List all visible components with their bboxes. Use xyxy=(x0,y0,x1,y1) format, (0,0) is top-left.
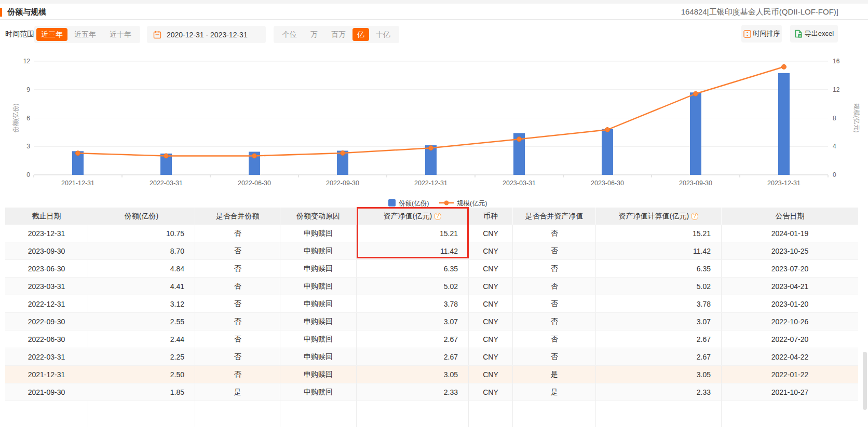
page: 份额与规模 164824[工银印度基金人民币(QDII-LOF-FOF)] 时间… xyxy=(0,0,868,427)
unit-option-百万[interactable]: 百万 xyxy=(324,28,352,41)
table-cell: 2023-10-25 xyxy=(722,242,858,259)
table-cell: 2.33 xyxy=(357,383,469,401)
table-cell: 3.05 xyxy=(357,366,469,383)
column-header-是否合并份额: 是否合并份额 xyxy=(195,208,280,225)
table-cell: 2023-03-31 xyxy=(5,278,88,295)
table-cell: 2021-09-30 xyxy=(5,383,88,401)
column-header-截止日期: 截止日期 xyxy=(5,208,88,225)
table-cell: 2022-06-30 xyxy=(5,330,88,348)
table-cell: CNY xyxy=(469,225,513,242)
legend-bar-swatch[interactable] xyxy=(388,199,396,206)
legend-line-dot[interactable] xyxy=(444,201,449,205)
table-cell: 2021-12-31 xyxy=(5,366,88,383)
column-header-资产净值计算值(亿元): 资产净值计算值(亿元)? xyxy=(596,208,722,225)
unit-option-万[interactable]: 万 xyxy=(304,28,324,41)
table-cell: 2022-01-22 xyxy=(722,366,858,383)
line-point[interactable] xyxy=(252,154,257,158)
table-cell: 否 xyxy=(195,242,280,259)
table-cell: 2023-04-21 xyxy=(722,278,858,295)
export-excel-label: 导出excel xyxy=(805,29,834,38)
time-range-label: 时间范围 xyxy=(5,30,34,39)
time-range-option-近五年[interactable]: 近五年 xyxy=(67,28,103,41)
right-axis-title: 规模(亿元) xyxy=(853,104,860,133)
table-row[interactable]: 2021-09-301.85是申购赎回2.33CNY是2.332021-10-2… xyxy=(5,383,858,401)
table-cell: CNY xyxy=(469,295,513,312)
time-range-option-近三年[interactable]: 近三年 xyxy=(36,28,67,41)
right-axis-tick-label: 0 xyxy=(833,171,836,178)
table-cell: 否 xyxy=(513,330,596,348)
left-axis-tick-label: 0 xyxy=(26,171,30,178)
line-point[interactable] xyxy=(694,91,698,96)
table-row[interactable]: 2023-09-308.70否申购赎回11.42CNY否11.422023-10… xyxy=(5,242,858,260)
line-point[interactable] xyxy=(164,154,169,158)
table-row[interactable]: 2022-12-313.12否申购赎回3.78CNY否3.782023-01-2… xyxy=(5,295,858,313)
bar-share[interactable] xyxy=(778,73,790,175)
table-row[interactable]: 2023-06-304.84否申购赎回6.35CNY否6.352023-07-2… xyxy=(5,260,858,278)
table-cell: 申购赎回 xyxy=(280,330,357,348)
line-point[interactable] xyxy=(605,128,610,132)
table-cell: 11.42 xyxy=(357,242,469,259)
x-axis-label: 2023-06-30 xyxy=(591,180,624,187)
legend-bar-label[interactable]: 份额(亿份) xyxy=(398,200,429,207)
table-cell: 1.85 xyxy=(88,383,195,401)
table-cell: 否 xyxy=(513,225,596,242)
table-cell: 2023-09-30 xyxy=(5,242,88,259)
table-cell: 是 xyxy=(513,383,596,401)
x-axis-label: 2023-09-30 xyxy=(679,180,712,187)
line-point[interactable] xyxy=(429,146,433,150)
line-scale xyxy=(78,67,784,156)
scrollbar-thumb[interactable] xyxy=(863,352,867,410)
legend-line-label[interactable]: 规模(亿元) xyxy=(457,200,487,207)
table-row[interactable]: 2021-12-312.50否申购赎回3.05CNY是3.052022-01-2… xyxy=(5,366,858,383)
table-cell: 3.78 xyxy=(357,295,469,312)
table-cell: CNY xyxy=(469,242,513,259)
line-point[interactable] xyxy=(782,64,786,69)
time-sort-button[interactable]: 时间排序 xyxy=(741,25,782,43)
x-axis-label: 2021-12-31 xyxy=(61,180,94,187)
unit-option-亿[interactable]: 亿 xyxy=(352,28,369,41)
line-point[interactable] xyxy=(76,151,80,156)
table-row[interactable]: 2022-09-302.55否申购赎回3.07CNY否3.072022-10-2… xyxy=(5,313,858,330)
table-cell: 否 xyxy=(513,242,596,259)
table-cell: 5.02 xyxy=(596,278,722,295)
left-axis-tick-label: 9 xyxy=(26,86,30,93)
help-icon[interactable]: ? xyxy=(434,213,441,220)
time-range-option-近十年[interactable]: 近十年 xyxy=(103,28,138,41)
table-cell: CNY xyxy=(469,260,513,277)
line-point[interactable] xyxy=(341,150,345,155)
table-cell: 申购赎回 xyxy=(280,366,357,383)
table-cell xyxy=(88,401,195,427)
table-cell: 2.67 xyxy=(596,348,722,365)
table-cell: 6.35 xyxy=(357,260,469,277)
table-cell xyxy=(5,401,88,427)
bar-share[interactable] xyxy=(690,92,701,175)
table-cell: 2.67 xyxy=(357,348,469,365)
table-cell: 10.75 xyxy=(88,225,195,242)
table-row[interactable]: 2022-03-312.25否申购赎回2.67CNY否2.672022-04-2… xyxy=(5,348,858,366)
date-range-value: 2020-12-31 - 2023-12-31 xyxy=(167,31,248,39)
table-cell: 3.05 xyxy=(596,366,722,383)
table-cell: 2023-12-31 xyxy=(5,225,88,242)
table-cell: 申购赎回 xyxy=(280,260,357,277)
unit-option-十亿[interactable]: 十亿 xyxy=(369,28,397,41)
table-row[interactable]: 2022-06-302.44否申购赎回2.67CNY否2.672022-07-2… xyxy=(5,330,858,348)
table-row[interactable]: 2023-03-314.41否申购赎回5.02CNY否5.022023-04-2… xyxy=(5,278,858,295)
table-cell: 否 xyxy=(513,260,596,277)
bar-share[interactable] xyxy=(602,129,613,175)
table-cell: 否 xyxy=(195,330,280,348)
table-row[interactable]: 2023-12-3110.75否申购赎回15.21CNY否15.212024-0… xyxy=(5,225,858,242)
table-cell: 2.55 xyxy=(88,313,195,330)
table-cell: 2022-12-31 xyxy=(5,295,88,312)
line-point[interactable] xyxy=(517,137,522,142)
right-axis-tick-label: 12 xyxy=(833,86,840,93)
date-range-picker[interactable]: 2020-12-31 - 2023-12-31 xyxy=(147,26,266,43)
unit-segment: 个位万百万亿十亿 xyxy=(274,26,399,43)
table-cell: 3.07 xyxy=(357,313,469,330)
column-header-是否合并资产净值: 是否合并资产净值 xyxy=(513,208,596,225)
top-strip xyxy=(0,0,868,4)
column-header-公告日期: 公告日期 xyxy=(722,208,858,225)
unit-option-个位[interactable]: 个位 xyxy=(276,28,304,41)
left-axis-tick-label: 6 xyxy=(26,115,30,122)
export-excel-button[interactable]: x 导出excel xyxy=(790,25,838,43)
help-icon[interactable]: ? xyxy=(691,213,698,220)
